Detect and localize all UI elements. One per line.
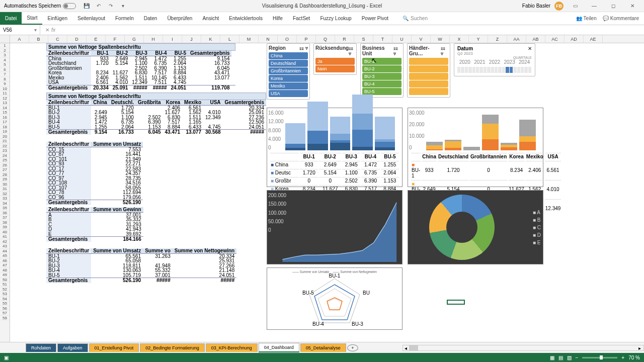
row-header[interactable]: 54 [0, 297, 10, 302]
column-header[interactable]: Y [469, 35, 488, 43]
row-header[interactable]: 58 [0, 316, 10, 321]
column-header[interactable]: G [125, 35, 144, 43]
row-header[interactable]: 24 [0, 153, 10, 158]
timeline-clear-icon[interactable]: ✕ [528, 46, 532, 51]
column-header[interactable]: R [335, 35, 354, 43]
timeline-slicer[interactable]: Datum✕ Q2 2023 QUARTALE 2020202120222023… [454, 43, 535, 76]
row-header[interactable]: 11 [0, 91, 10, 96]
tab-factset[interactable]: FactSet [288, 12, 315, 25]
tab-formulas[interactable]: Formeln [110, 12, 139, 25]
row-header[interactable]: 56 [0, 306, 10, 311]
row-header[interactable]: 22 [0, 144, 10, 149]
pivot-table-2[interactable]: Summe von Nettoge Spaltenbeschriftu Zeil… [46, 93, 266, 135]
row-header[interactable]: 16 [0, 115, 10, 120]
row-header[interactable]: 37 [0, 215, 10, 220]
search-box[interactable]: 🔍 Suchen [403, 12, 428, 25]
slicer-item[interactable]: BU-1 [362, 58, 401, 65]
column-header[interactable]: N [259, 35, 278, 43]
zoom-in-icon[interactable]: + [621, 355, 624, 360]
row-header[interactable]: 10 [0, 86, 10, 92]
row-header[interactable]: 21 [0, 139, 10, 144]
row-header[interactable]: 12 [0, 96, 10, 101]
column-header[interactable]: O [278, 35, 297, 43]
row-header[interactable]: 6 [0, 67, 10, 72]
row-header[interactable]: 34 [0, 201, 10, 206]
row-header[interactable]: 13 [0, 101, 10, 106]
column-header[interactable]: I [163, 35, 182, 43]
chart-donut-gewinn[interactable]: ■ A■ B■ C■ D■ E [408, 190, 543, 264]
row-header[interactable]: 5 [0, 62, 10, 67]
name-box[interactable]: V56▾ [0, 25, 40, 35]
row-header[interactable]: 19 [0, 129, 10, 134]
slicer-item[interactable]: BU-5 [362, 88, 401, 95]
sheet-tab-active[interactable]: 04_Dashboard [259, 343, 299, 352]
row-header[interactable]: 33 [0, 196, 10, 201]
row-header[interactable]: 8 [0, 77, 10, 82]
column-header[interactable]: C [48, 35, 67, 43]
maximize-icon[interactable]: ◻ [606, 2, 621, 11]
row-header[interactable]: 30 [0, 182, 10, 187]
tab-developer[interactable]: Entwicklertools [224, 12, 268, 25]
view-layout-icon[interactable]: ▤ [558, 355, 563, 360]
zoom-slider[interactable] [582, 357, 617, 358]
row-header[interactable]: 25 [0, 158, 10, 163]
slicer-item[interactable]: Korea [269, 75, 308, 82]
row-header[interactable]: 9 [0, 81, 10, 86]
row-header[interactable]: 29 [0, 177, 10, 182]
sheet-tab[interactable]: 01_Erstellung Pivot [89, 343, 139, 352]
column-header[interactable]: AE [584, 35, 603, 43]
row-header[interactable]: 32 [0, 192, 10, 197]
share-button[interactable]: 👥Teilen [576, 16, 597, 21]
pivot-table-1[interactable]: Summe von Nettoge Spaltenbeschriftu Zeil… [46, 43, 235, 90]
column-header[interactable]: X [450, 35, 469, 43]
slicer-item[interactable]: BU-4 [362, 80, 401, 87]
column-header[interactable]: L [220, 35, 239, 43]
zoom-out-icon[interactable]: − [576, 355, 579, 360]
column-header[interactable]: T [373, 35, 392, 43]
row-header[interactable]: 15 [0, 110, 10, 115]
slicer-item[interactable]: Mexiko [269, 82, 308, 89]
tab-review[interactable]: Überprüfen [162, 12, 197, 25]
row-header[interactable]: 20 [0, 134, 10, 139]
active-cell[interactable] [447, 300, 465, 305]
chart-stacked-region[interactable]: 30.00020.00010.0000 ChinaDeutschlandGroß… [408, 108, 543, 187]
slicer-item[interactable]: BU-3 [362, 73, 401, 80]
record-macro-icon[interactable]: ▣ [4, 355, 9, 360]
slicer-item[interactable] [409, 65, 448, 72]
slicer-item[interactable]: USA [269, 90, 308, 97]
row-header[interactable]: 23 [0, 148, 10, 153]
row-header[interactable]: 4 [0, 58, 10, 63]
column-header[interactable]: P [297, 35, 316, 43]
row-header[interactable]: 42 [0, 239, 10, 244]
row-header[interactable]: 43 [0, 244, 10, 249]
minimize-icon[interactable]: — [587, 2, 602, 11]
column-header[interactable]: B [29, 35, 48, 43]
slicer-item[interactable]: Nein [315, 65, 355, 72]
close-icon[interactable]: ✕ [625, 2, 640, 11]
column-header[interactable]: U [392, 35, 412, 43]
tab-insert[interactable]: Einfügen [42, 12, 72, 25]
slicer-item[interactable]: BU-2 [362, 65, 401, 72]
chart-radar[interactable]: —— Summe von Umsatz —— Summe von Nettoge… [267, 267, 403, 330]
pivot-table-5[interactable]: ZeilenbeschrifturSumme von UmsatzSumme v… [46, 248, 236, 283]
slicer-item[interactable]: China [269, 52, 308, 59]
row-header[interactable]: 44 [0, 249, 10, 254]
sheet-tab[interactable]: 02_Bedingte Formatierung [140, 343, 205, 352]
row-header[interactable]: 36 [0, 211, 10, 216]
row-header[interactable]: 48 [0, 268, 10, 273]
row-header[interactable]: 26 [0, 163, 10, 168]
customize-icon[interactable]: ▾ [119, 3, 126, 10]
row-header[interactable]: 28 [0, 172, 10, 177]
column-header[interactable]: AB [526, 35, 545, 43]
select-all-corner[interactable] [0, 35, 10, 43]
slicer-item[interactable] [409, 88, 448, 95]
column-header[interactable]: J [182, 35, 201, 43]
chart-stacked-bu[interactable]: 16.00012.0008.0004.0000 BU-1BU-2BU-3BU-4… [267, 108, 403, 187]
chart-area-umsatz[interactable]: 200.000150.000100.00050.0000 [267, 190, 403, 264]
row-header[interactable]: 31 [0, 187, 10, 192]
column-header[interactable]: K [201, 35, 220, 43]
cancel-fx-icon[interactable]: ✕ [45, 27, 49, 33]
view-normal-icon[interactable]: ▦ [550, 355, 554, 360]
row-header[interactable]: 17 [0, 120, 10, 125]
fx-icon[interactable]: fx [51, 27, 55, 33]
